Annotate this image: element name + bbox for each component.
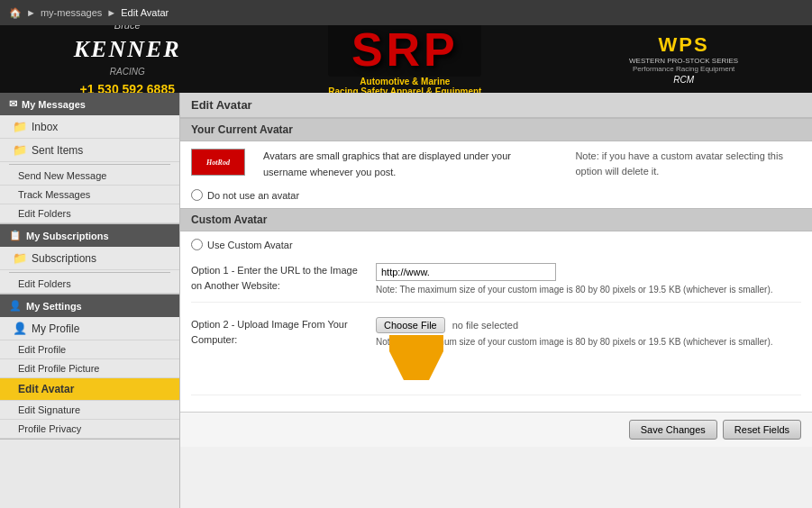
arrow-area <box>376 349 801 389</box>
sidebar-item-track[interactable]: Track Messages <box>0 186 179 204</box>
do-not-use-row: Do not use an avatar <box>191 189 801 201</box>
banner-srp: SRP Automotive & Marine Racing Safety Ap… <box>328 25 481 93</box>
sidebar-header-messages: ✉ My Messages <box>0 93 179 115</box>
option2-label: Option 2 - Upload Image From Your Comput… <box>191 317 367 347</box>
sidebar-item-edit-signature[interactable]: Edit Signature <box>0 401 179 420</box>
folder-icon-subs: 📁 <box>13 251 27 265</box>
messages-icon: ✉ <box>9 98 17 110</box>
sidebar-item-subscriptions[interactable]: 📁 Subscriptions <box>0 247 179 270</box>
option2-row: Option 2 - Upload Image From Your Comput… <box>191 312 801 395</box>
file-row: Choose File no file selected <box>376 317 801 333</box>
sidebar-item-send-new[interactable]: Send New Message <box>0 167 179 186</box>
arrow-svg <box>389 335 443 380</box>
sidebar-item-edit-avatar[interactable]: Edit Avatar <box>0 378 179 401</box>
folder-icon: 📁 <box>13 120 27 133</box>
breadcrumb-sep1: ► <box>26 7 36 18</box>
custom-avatar-section-title: Custom Avatar <box>180 208 812 231</box>
wps-rcm: RCM <box>629 75 738 85</box>
home-icon[interactable]: 🏠 <box>9 7 22 19</box>
footer-actions: Save Changes Reset Fields <box>180 412 812 447</box>
use-custom-row: Use Custom Avatar <box>191 239 801 250</box>
sidebar-header-subscriptions: 📋 My Subscriptions <box>0 224 179 247</box>
option1-label: Option 1 - Enter the URL to the Image on… <box>191 263 367 293</box>
topbar: 🏠 ► my-messages ► Edit Avatar <box>0 0 812 25</box>
sidebar-item-profile-privacy[interactable]: Profile Privacy <box>0 420 179 439</box>
settings-header-label: My Settings <box>26 301 82 312</box>
subscriptions-header-label: My Subscriptions <box>26 231 109 241</box>
subscriptions-label: Subscriptions <box>32 252 96 265</box>
breadcrumb-current: Edit Avatar <box>121 7 169 18</box>
messages-label: My Messages <box>22 99 86 110</box>
sidebar-section-messages: ✉ My Messages 📁 Inbox 📁 Sent Items Send … <box>0 93 179 224</box>
sidebar: ✉ My Messages 📁 Inbox 📁 Sent Items Send … <box>0 93 180 508</box>
kenner-phone: +1 530 592 6885 <box>74 81 181 93</box>
custom-avatar-area: Use Custom Avatar Option 1 - Enter the U… <box>180 231 812 412</box>
subscriptions-icon: 📋 <box>9 230 22 241</box>
content-panel: Edit Avatar Your Current Avatar HotRod A… <box>180 93 812 447</box>
option1-row: Option 1 - Enter the URL to the Image on… <box>191 258 801 303</box>
sidebar-item-edit-profile[interactable]: Edit Profile <box>0 340 179 359</box>
reset-button[interactable]: Reset Fields <box>723 420 801 440</box>
no-avatar-radio[interactable] <box>191 189 203 201</box>
save-button[interactable]: Save Changes <box>629 420 717 440</box>
sidebar-item-edit-folders[interactable]: Edit Folders <box>0 204 179 223</box>
option1-note: Note: The maximum size of your custom im… <box>376 284 801 296</box>
avatar-description: Avatars are small graphics that are disp… <box>263 149 557 180</box>
main-content: Edit Avatar Your Current Avatar HotRod A… <box>180 93 812 508</box>
srp-line1: Automotive & Marine <box>328 77 481 86</box>
my-profile-label: My Profile <box>32 322 79 335</box>
wps-logo: WPS <box>629 33 738 57</box>
option2-control: Choose File no file selected Note: The m… <box>376 317 801 389</box>
sidebar-section-subscriptions: 📋 My Subscriptions 📁 Subscriptions Edit … <box>0 224 179 295</box>
folder-icon-sent: 📁 <box>13 143 27 157</box>
banner-kenner: Bruce KENNER RACING +1 530 592 6885 <box>74 25 181 93</box>
current-avatar-section-title: Your Current Avatar <box>180 118 812 141</box>
use-custom-radio[interactable] <box>191 239 203 250</box>
avatar-image: HotRod <box>191 149 245 176</box>
sent-label: Sent Items <box>32 144 83 157</box>
settings-icon: 👤 <box>9 300 22 312</box>
kenner-racing: RACING <box>74 66 181 78</box>
choose-file-button[interactable]: Choose File <box>376 317 445 333</box>
kenner-brand: KENNER <box>74 33 181 66</box>
option1-control: Note: The maximum size of your custom im… <box>376 263 801 296</box>
banner: Bruce KENNER RACING +1 530 592 6885 SRP … <box>0 25 812 93</box>
layout: ✉ My Messages 📁 Inbox 📁 Sent Items Send … <box>0 93 812 508</box>
wps-line1: WESTERN PRO-STOCK SERIES <box>629 57 738 65</box>
edit-avatar-label: Edit Avatar <box>18 383 74 395</box>
srp-line2: Racing Safety Apparel & Equipment <box>328 86 481 94</box>
sidebar-item-my-profile[interactable]: 👤 My Profile <box>0 317 179 340</box>
sidebar-section-settings: 👤 My Settings 👤 My Profile Edit Profile … <box>0 295 179 440</box>
sidebar-item-inbox[interactable]: 📁 Inbox <box>0 115 179 139</box>
sidebar-item-edit-folders-sub[interactable]: Edit Folders <box>0 275 179 294</box>
sidebar-item-edit-profile-picture[interactable]: Edit Profile Picture <box>0 359 179 378</box>
use-custom-label: Use Custom Avatar <box>207 240 293 250</box>
srp-logo: SRP <box>328 25 481 77</box>
page-title: Edit Avatar <box>180 93 812 118</box>
url-input[interactable] <box>376 263 556 281</box>
sidebar-item-sent[interactable]: 📁 Sent Items <box>0 139 179 162</box>
person-icon: 👤 <box>13 322 27 335</box>
kenner-bruce: Bruce <box>74 25 181 33</box>
avatar-delete-note: Note: if you have a custom avatar select… <box>575 149 801 178</box>
banner-wps: WPS WESTERN PRO-STOCK SERIES Performance… <box>629 33 738 85</box>
inbox-label: Inbox <box>32 121 58 133</box>
sidebar-header-settings: 👤 My Settings <box>0 295 179 317</box>
breadcrumb: 🏠 ► my-messages ► Edit Avatar <box>9 7 169 19</box>
breadcrumb-settings[interactable]: my-messages <box>41 7 102 18</box>
wps-line2: Performance Racing Equipment <box>629 65 738 73</box>
no-avatar-label: Do not use an avatar <box>207 190 299 201</box>
breadcrumb-sep2: ► <box>106 7 116 18</box>
no-file-label: no file selected <box>452 320 518 331</box>
current-avatar-area: HotRod Avatars are small graphics that a… <box>180 141 812 208</box>
